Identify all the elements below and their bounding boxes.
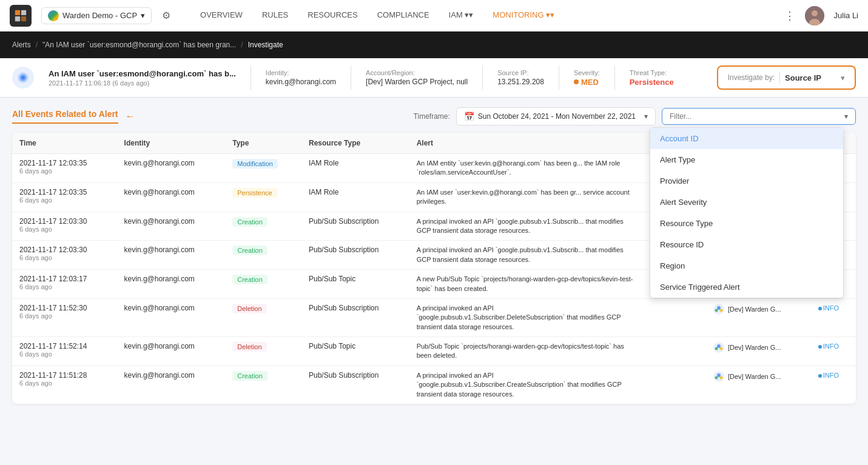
table-row[interactable]: 2021-11-17 11:52:14 6 days ago kevin.g@h… — [12, 337, 856, 366]
nav-compliance[interactable]: COMPLIANCE — [368, 0, 439, 32]
filter-input[interactable] — [670, 112, 844, 121]
filter-option-region[interactable]: Region — [650, 255, 843, 276]
cell-identity-7: kevin.g@horangi.com — [117, 366, 226, 404]
cell-type-4: Creation — [225, 270, 301, 299]
cell-resource-type-1: IAM Role — [301, 182, 409, 212]
filter-option-resource-type[interactable]: Resource Type — [650, 213, 843, 234]
nav-iam[interactable]: IAM ▾ — [439, 0, 483, 32]
filter-option-account-id[interactable]: Account ID — [650, 128, 843, 149]
cell-time-1: 2021-11-17 12:03:35 6 days ago — [12, 182, 117, 212]
svg-point-33 — [719, 309, 722, 312]
nav-links: OVERVIEW RULES RESOURCES COMPLIANCE IAM … — [190, 0, 764, 32]
cell-severity-6: INFO — [811, 337, 856, 366]
cell-identity-5: kevin.g@horangi.com — [117, 298, 226, 336]
cell-account-7: [Dev] Warden G... — [706, 366, 811, 404]
cell-account-5: [Dev] Warden G... — [706, 298, 811, 336]
cell-resource-type-3: Pub/Sub Subscription — [301, 241, 409, 270]
divider-inner — [779, 72, 780, 84]
cell-severity-7: INFO — [811, 366, 856, 404]
cell-resource-type-0: IAM Role — [301, 154, 409, 183]
alert-title: An IAM user `user:esmond@horangi.com` ha… — [49, 69, 236, 78]
cell-time-7: 2021-11-17 11:51:28 6 days ago — [12, 366, 117, 404]
cell-identity-6: kevin.g@horangi.com — [117, 337, 226, 366]
project-selector[interactable]: Warden Demo - GCP ▾ — [41, 7, 152, 24]
cell-type-1: Persistence — [225, 182, 301, 212]
nav-monitoring[interactable]: MONITORING ▾ — [483, 0, 564, 32]
settings-button[interactable]: ⚙ — [156, 6, 176, 25]
more-button[interactable]: ⋮ — [779, 7, 800, 25]
account-value: [Dev] Warden GCP Project, null — [366, 78, 468, 86]
svg-point-41 — [719, 376, 722, 379]
alert-header: An IAM user `user:esmond@horangi.com` ha… — [0, 58, 868, 98]
severity-dot — [574, 79, 579, 84]
divider-1 — [251, 65, 251, 90]
svg-rect-1 — [21, 10, 26, 15]
col-resource-type: Resource Type — [301, 133, 409, 154]
topnav: Warden Demo - GCP ▾ ⚙ OVERVIEW RULES RES… — [0, 0, 868, 32]
cell-resource-type-6: Pub/Sub Topic — [301, 337, 409, 366]
divider-2 — [351, 65, 351, 90]
cell-time-6: 2021-11-17 11:52:14 6 days ago — [12, 337, 117, 366]
investigate-dropdown-arrow[interactable]: ▾ — [841, 73, 845, 82]
source-ip-label: Source IP: — [497, 69, 544, 76]
identity-value: kevin.g@horangi.com — [266, 78, 336, 86]
cell-time-3: 2021-11-17 12:03:30 6 days ago — [12, 241, 117, 270]
events-header-row: All Events Related to Alert ← Timeframe:… — [12, 107, 856, 125]
alert-title-block: An IAM user `user:esmond@horangi.com` ha… — [49, 69, 236, 87]
breadcrumb-alert-detail[interactable]: "An IAM user `user:esmond@horangi.com` h… — [42, 41, 236, 49]
filter-option-provider[interactable]: Provider — [650, 170, 843, 192]
filter-option-alert-type[interactable]: Alert Type — [650, 149, 843, 170]
meta-source-ip: Source IP: 13.251.29.208 — [497, 69, 544, 86]
nav-rules[interactable]: RULES — [252, 0, 298, 32]
investigate-label: Investigate by: — [728, 73, 775, 82]
filter-option-service-triggered[interactable]: Service Triggered Alert — [650, 276, 843, 298]
calendar-icon: 📅 — [464, 112, 474, 121]
gcp-icon — [48, 10, 59, 21]
user-name: Julia Li — [834, 11, 858, 20]
divider-5 — [614, 65, 615, 90]
svg-point-36 — [715, 347, 718, 350]
meta-threat-type: Threat Type: Persistence — [630, 69, 674, 87]
breadcrumb-alerts[interactable]: Alerts — [12, 41, 31, 49]
project-chevron: ▾ — [141, 11, 145, 20]
source-ip-value: 13.251.29.208 — [497, 78, 544, 86]
account-label: Account/Region: — [366, 69, 468, 76]
filter-option-resource-id[interactable]: Resource ID — [650, 234, 843, 255]
cell-time-2: 2021-11-17 12:03:30 6 days ago — [12, 212, 117, 241]
table-row[interactable]: 2021-11-17 11:52:30 6 days ago kevin.g@h… — [12, 298, 856, 336]
col-type: Type — [225, 133, 301, 154]
alert-icon — [12, 67, 34, 89]
filter-wrapper: ▾ Account ID Alert Type Provider Alert S… — [662, 108, 856, 125]
svg-point-39 — [717, 373, 721, 377]
investigate-value: Source IP — [785, 73, 821, 82]
cell-severity-5: INFO — [811, 298, 856, 336]
project-name: Warden Demo - GCP — [62, 11, 137, 20]
investigate-by-panel: Investigate by: Source IP ▾ — [717, 65, 856, 90]
cell-resource-type-7: Pub/Sub Subscription — [301, 366, 409, 404]
filter-option-alert-severity[interactable]: Alert Severity — [650, 192, 843, 213]
filter-chevron[interactable]: ▾ — [844, 112, 848, 121]
cell-resource-type-5: Pub/Sub Subscription — [301, 298, 409, 336]
nav-overview[interactable]: OVERVIEW — [190, 0, 252, 32]
cell-alert-6: Pub/Sub Topic `projects/horangi-warden-g… — [409, 337, 706, 366]
threat-type-label: Threat Type: — [630, 69, 674, 76]
timeframe-selector[interactable]: 📅 Sun October 24, 2021 - Mon November 22… — [456, 107, 656, 125]
timeframe-filter-row: Timeframe: 📅 Sun October 24, 2021 - Mon … — [414, 107, 856, 125]
logo[interactable] — [10, 5, 32, 27]
cell-alert-5: A principal invoked an API `google.pubsu… — [409, 298, 706, 336]
timeframe-value: Sun October 24, 2021 - Mon November 22, … — [478, 112, 636, 121]
table-row[interactable]: 2021-11-17 11:51:28 6 days ago kevin.g@h… — [12, 366, 856, 404]
svg-point-32 — [715, 309, 718, 312]
cell-type-0: Modification — [225, 154, 301, 183]
nav-resources[interactable]: RESOURCES — [298, 0, 367, 32]
arrow-right-icon: ← — [126, 111, 135, 122]
divider-4 — [559, 65, 559, 90]
breadcrumb: Alerts / "An IAM user `user:esmond@horan… — [0, 32, 868, 58]
cell-time-5: 2021-11-17 11:52:30 6 days ago — [12, 298, 117, 336]
cell-identity-1: kevin.g@horangi.com — [117, 182, 226, 212]
divider-3 — [482, 65, 483, 90]
events-section: All Events Related to Alert ← Timeframe:… — [0, 98, 868, 413]
svg-point-37 — [719, 347, 722, 350]
filter-box[interactable]: ▾ — [662, 108, 856, 125]
cell-identity-4: kevin.g@horangi.com — [117, 270, 226, 299]
